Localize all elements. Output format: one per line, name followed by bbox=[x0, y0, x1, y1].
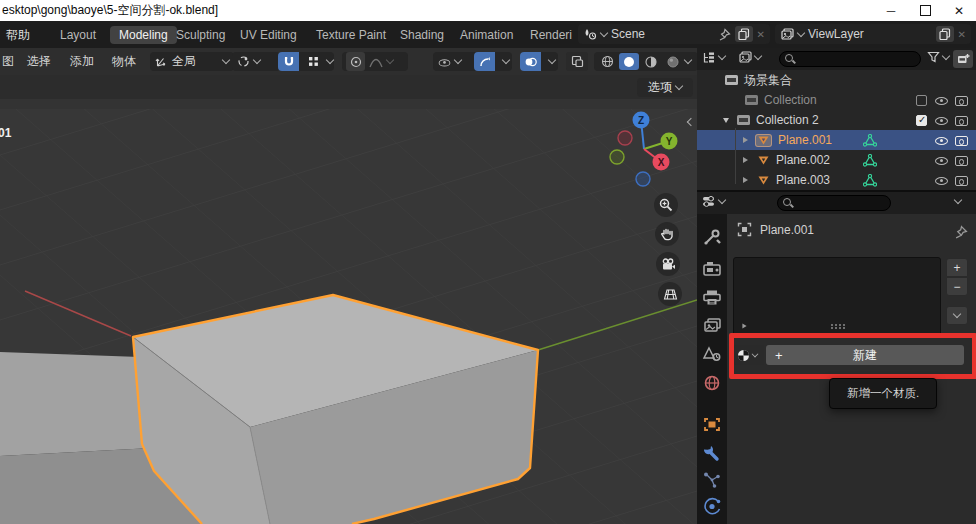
menu-help[interactable]: 帮助 bbox=[6, 26, 30, 44]
hide-eye-icon[interactable] bbox=[935, 94, 948, 106]
toggle-xray-button[interactable] bbox=[566, 52, 588, 71]
render-camera-icon[interactable] bbox=[955, 94, 968, 106]
transform-orientation-dropdown[interactable]: 全局 bbox=[150, 52, 234, 71]
zoom-button[interactable] bbox=[654, 193, 678, 217]
show-overlays-button[interactable] bbox=[520, 52, 541, 71]
tab-object[interactable] bbox=[701, 415, 723, 434]
tab-tool[interactable] bbox=[700, 228, 724, 246]
collection-checkbox[interactable] bbox=[916, 95, 927, 106]
workspace-tab-uv-editing[interactable]: UV Editing bbox=[240, 26, 297, 44]
add-slot-button[interactable]: + bbox=[946, 258, 968, 277]
axis-minus-x-ball[interactable] bbox=[618, 131, 632, 145]
shading-solid-button[interactable] bbox=[619, 53, 639, 70]
expand-icon[interactable] bbox=[742, 323, 746, 328]
axis-minus-y-ball[interactable] bbox=[610, 150, 624, 164]
view-layer-selector[interactable]: ViewLayer ✕ bbox=[775, 24, 971, 44]
chevron-down-icon[interactable] bbox=[684, 56, 692, 64]
menu-object[interactable]: 物体 bbox=[112, 53, 136, 70]
expand-arrow-icon[interactable] bbox=[723, 118, 729, 123]
chevron-down-icon[interactable] bbox=[386, 56, 394, 64]
shading-rendered-button[interactable] bbox=[663, 53, 683, 70]
workspace-tab-modeling[interactable]: Modeling bbox=[110, 26, 177, 44]
render-camera-icon[interactable] bbox=[955, 154, 968, 166]
breadcrumb-object-name[interactable]: Plane.001 bbox=[760, 223, 814, 237]
outliner-row-collection[interactable]: Collection bbox=[697, 90, 976, 110]
tab-output[interactable] bbox=[701, 289, 723, 306]
3d-viewport-canvas[interactable] bbox=[0, 75, 697, 524]
snap-to-button[interactable] bbox=[303, 56, 323, 67]
workspace-tab-texture-paint[interactable]: Texture Paint bbox=[316, 26, 386, 44]
editor-type-outliner-button[interactable] bbox=[702, 51, 725, 64]
workspace-tab-sculpting[interactable]: Sculpting bbox=[176, 26, 225, 44]
show-gizmo-button[interactable] bbox=[474, 52, 495, 71]
workspace-tab-rendering[interactable]: Renderi bbox=[530, 26, 572, 44]
new-view-layer-button[interactable] bbox=[936, 26, 954, 42]
tab-render[interactable] bbox=[701, 260, 723, 277]
menu-select[interactable]: 选择 bbox=[27, 53, 51, 70]
outliner-row-plane-001[interactable]: Plane.001 bbox=[697, 130, 976, 150]
outliner-row-collection-2[interactable]: Collection 2 bbox=[697, 110, 976, 130]
shading-material-button[interactable] bbox=[641, 53, 661, 70]
outliner-row-scene-collection[interactable]: 场景集合 bbox=[697, 70, 976, 90]
editor-type-properties-button[interactable] bbox=[702, 195, 725, 208]
minimize-button[interactable]: ─ bbox=[874, 0, 908, 21]
unlink-scene-icon[interactable]: ✕ bbox=[757, 29, 765, 40]
maximize-button[interactable] bbox=[908, 0, 942, 21]
chevron-down-icon[interactable] bbox=[954, 196, 962, 204]
object-visibility-dropdown[interactable] bbox=[433, 52, 479, 71]
properties-search[interactable] bbox=[777, 195, 891, 211]
slot-specials-button[interactable] bbox=[946, 306, 968, 325]
outliner-search[interactable] bbox=[779, 51, 921, 67]
resize-grip-icon[interactable] bbox=[831, 324, 845, 329]
outliner-row-plane-002[interactable]: Plane.002 bbox=[697, 150, 976, 170]
render-camera-icon[interactable] bbox=[955, 114, 968, 126]
snap-toggle-button[interactable] bbox=[278, 52, 299, 71]
expand-arrow-icon[interactable] bbox=[743, 157, 748, 163]
shading-wireframe-button[interactable] bbox=[597, 53, 617, 70]
navigation-gizmo[interactable]: Z Y X bbox=[604, 104, 686, 194]
filter-button[interactable] bbox=[927, 51, 949, 63]
pin-icon[interactable] bbox=[954, 225, 968, 239]
menu-add[interactable]: 添加 bbox=[70, 53, 94, 70]
workspace-tab-shading[interactable]: Shading bbox=[400, 26, 444, 44]
chevron-down-icon[interactable] bbox=[326, 56, 334, 64]
axis-minus-z-ball[interactable] bbox=[636, 172, 650, 186]
material-slot-list[interactable] bbox=[733, 257, 941, 336]
hide-eye-icon[interactable] bbox=[935, 114, 948, 126]
new-collection-button[interactable] bbox=[953, 50, 973, 68]
menu-view[interactable]: 图 bbox=[2, 53, 14, 70]
tab-modifiers[interactable] bbox=[701, 443, 723, 462]
collection-checkbox[interactable] bbox=[916, 115, 927, 126]
hide-eye-icon[interactable] bbox=[935, 154, 948, 166]
tab-world[interactable] bbox=[701, 374, 723, 392]
workspace-tab-animation[interactable]: Animation bbox=[460, 26, 513, 44]
falloff-curve-icon[interactable] bbox=[369, 56, 383, 68]
perspective-grid-button[interactable] bbox=[658, 282, 682, 306]
browse-material-button[interactable] bbox=[734, 345, 764, 365]
chevron-down-icon[interactable] bbox=[548, 56, 556, 64]
hide-eye-icon[interactable] bbox=[935, 134, 948, 146]
outliner-display-mode-button[interactable] bbox=[738, 51, 761, 64]
properties-search-input[interactable] bbox=[777, 195, 891, 211]
tab-view-layer[interactable] bbox=[701, 317, 723, 335]
expand-arrow-icon[interactable] bbox=[743, 177, 748, 183]
new-material-button[interactable]: + 新建 bbox=[766, 345, 964, 365]
close-button[interactable]: ✕ bbox=[942, 0, 976, 21]
pan-button[interactable] bbox=[655, 222, 679, 246]
scene-selector[interactable]: Scene ✕ bbox=[578, 24, 770, 44]
tab-physics[interactable] bbox=[701, 497, 723, 516]
tab-scene[interactable] bbox=[701, 346, 723, 363]
hide-eye-icon[interactable] bbox=[935, 174, 948, 186]
proportional-edit-button[interactable] bbox=[346, 52, 365, 71]
chevron-down-icon[interactable] bbox=[502, 56, 510, 64]
new-scene-button[interactable] bbox=[735, 26, 753, 42]
remove-view-layer-icon[interactable]: ✕ bbox=[958, 29, 966, 40]
render-camera-icon[interactable] bbox=[955, 174, 968, 186]
tab-particles[interactable] bbox=[701, 471, 723, 489]
pin-icon[interactable] bbox=[718, 28, 731, 41]
render-camera-icon[interactable] bbox=[955, 134, 968, 146]
workspace-tab-layout[interactable]: Layout bbox=[60, 26, 96, 44]
outliner-row-plane-003[interactable]: Plane.003 bbox=[697, 170, 976, 190]
expand-arrow-icon[interactable] bbox=[743, 137, 748, 143]
pivot-point-dropdown[interactable] bbox=[232, 52, 280, 71]
